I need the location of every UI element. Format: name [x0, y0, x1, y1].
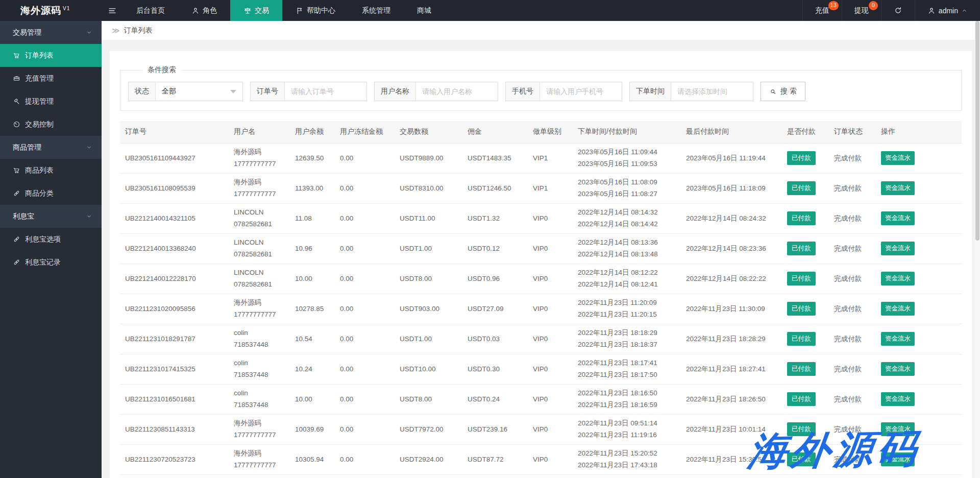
- sidebar-item-recharge-manage[interactable]: 充值管理: [0, 67, 102, 90]
- sidebar-item-label: 商品列表: [25, 166, 54, 175]
- fund-flow-button[interactable]: 资金流水: [881, 211, 915, 225]
- table-row: UB2305161108095539海外源码1777777777711393.0…: [120, 173, 962, 203]
- fund-flow-button[interactable]: 资金流水: [881, 392, 915, 406]
- orders-table: 订单号用户名用户余额用户冻结金额交易数额佣金做单级别下单时间/付款时间最后付款时…: [120, 121, 962, 475]
- search-button[interactable]: 搜 索: [761, 82, 805, 101]
- nav-item-system[interactable]: 系统管理: [349, 0, 404, 21]
- cell-amount: USDT2924.00: [395, 444, 462, 474]
- sidebar-item-withdraw-manage[interactable]: 提现管理: [0, 90, 102, 113]
- nav-item-label: 系统管理: [362, 6, 390, 15]
- sidebar-item-interest-records[interactable]: 利息宝记录: [0, 251, 102, 274]
- nav-item-roles[interactable]: 角色: [178, 0, 230, 21]
- sidebar-item-goods-list[interactable]: 商品列表: [0, 159, 102, 182]
- pay-time: 2022年11月23日 18:16:59: [578, 399, 677, 411]
- nav-account[interactable]: admin: [915, 0, 980, 21]
- paid-badge: 已付款: [787, 242, 816, 255]
- cell-paid: 已付款: [782, 233, 829, 264]
- cell-status: 完成付款: [829, 294, 876, 324]
- sidebar-item-interest-options[interactable]: 利息宝选项: [0, 228, 102, 251]
- order-time: 2022年12月14日 08:13:36: [578, 237, 677, 249]
- pay-time: 2023年05月16日 11:09:53: [578, 158, 677, 170]
- nav-item-trade[interactable]: 交易: [230, 0, 282, 21]
- cell-paid: 已付款: [782, 294, 829, 324]
- page-scrollbar[interactable]: [975, 21, 980, 478]
- cart-icon: [13, 166, 20, 174]
- sidebar-item-trade-control[interactable]: 交易控制: [0, 113, 102, 136]
- cell-order-pay-time: 2022年11月23日 18:17:412022年11月23日 18:17:50: [573, 354, 681, 384]
- sidebar-item-label: 提现管理: [25, 97, 54, 106]
- pay-time: 2022年11月23日 11:20:15: [578, 309, 677, 321]
- order-time: 2023年05月16日 11:08:09: [578, 177, 677, 188]
- table-row: UB2212140014321105LINCOLN078258268111.08…: [120, 203, 962, 233]
- nav-recharge[interactable]: 充值13: [802, 0, 842, 21]
- pay-time: 2022年11月23日 17:43:18: [578, 460, 677, 471]
- nav-account-label: admin: [939, 7, 958, 15]
- fund-flow-button[interactable]: 资金流水: [881, 362, 915, 376]
- column-header: 订单号: [120, 121, 229, 143]
- fund-flow-button[interactable]: 资金流水: [881, 302, 915, 316]
- nav-item-dashboard[interactable]: 后台首页: [123, 0, 178, 21]
- cell-balance: 10039.69: [290, 414, 335, 444]
- paid-badge: 已付款: [787, 272, 816, 285]
- fund-flow-button[interactable]: 资金流水: [881, 332, 915, 346]
- cell-order-pay-time: 2022年11月23日 11:20:092022年11月23日 11:20:15: [573, 294, 681, 324]
- sidebar-group-利息宝[interactable]: 利息宝: [0, 205, 102, 228]
- cell-commission: USDT0.96: [462, 264, 528, 294]
- sidebar-item-goods-category[interactable]: 商品分类: [0, 182, 102, 205]
- paid-badge: 已付款: [787, 181, 816, 195]
- column-header: 下单时间/付款时间: [573, 121, 681, 143]
- search-field-phone-input[interactable]: [540, 82, 622, 101]
- fund-flow-button[interactable]: 资金流水: [881, 151, 915, 165]
- table-row: UB2305161109443927海外源码1777777777712639.5…: [120, 143, 962, 173]
- cell-order-pay-time: 2022年12月14日 08:14:322022年12月14日 08:14:42: [573, 203, 681, 233]
- fund-flow-button[interactable]: 资金流水: [881, 452, 915, 466]
- cell-frozen: 0.00: [335, 294, 395, 324]
- sidebar-group-交易管理[interactable]: 交易管理: [0, 21, 102, 44]
- breadcrumb-icon: ≫: [112, 26, 120, 35]
- fund-flow-button[interactable]: 资金流水: [881, 422, 915, 436]
- cell-amount: USDT1.00: [395, 324, 462, 354]
- search-panel: 条件搜索 状态全部订单号用户名称手机号下单时间搜 索: [120, 65, 962, 111]
- fund-flow-button[interactable]: 资金流水: [881, 242, 915, 255]
- nav-refresh[interactable]: [881, 0, 915, 21]
- user-name: 海外源码: [234, 147, 286, 158]
- fund-flow-button[interactable]: 资金流水: [881, 272, 915, 285]
- search-field-user-name-input[interactable]: [416, 82, 498, 101]
- chevron-down-icon: [86, 29, 92, 36]
- table-row: UB2211230851143313海外源码1777777777710039.6…: [120, 414, 962, 444]
- search-field-order-no-input[interactable]: [285, 82, 366, 101]
- user-name: 海外源码: [234, 448, 286, 460]
- scrollbar-thumb[interactable]: [975, 21, 979, 241]
- nav-item-mall[interactable]: 商城: [404, 0, 445, 21]
- column-header: 交易数额: [395, 121, 462, 143]
- fund-flow-button[interactable]: 资金流水: [881, 181, 915, 195]
- cell-level: VIP0: [528, 324, 573, 354]
- link-icon: [13, 189, 20, 197]
- sidebar-item-label: 利息宝选项: [25, 235, 61, 244]
- sidebar-group-商品管理[interactable]: 商品管理: [0, 136, 102, 159]
- search-field-status-select[interactable]: 全部: [156, 82, 242, 101]
- pay-time: 2022年12月14日 08:13:48: [578, 249, 677, 260]
- chevron-down-icon: [86, 144, 92, 151]
- cell-frozen: 0.00: [335, 203, 395, 233]
- paid-badge: 已付款: [787, 332, 816, 346]
- cell-level: VIP0: [528, 444, 573, 474]
- sidebar-item-order-list[interactable]: 订单列表: [0, 44, 102, 67]
- cell-status: 完成付款: [829, 264, 876, 294]
- cell-frozen: 0.00: [335, 143, 395, 173]
- cell-paid: 已付款: [782, 354, 829, 384]
- cell-order-no: UB2212140014321105: [120, 203, 229, 233]
- cell-frozen: 0.00: [335, 233, 395, 264]
- table-row: UB2211230720523723海外源码1777777777710305.9…: [120, 444, 962, 474]
- column-header: 用户名: [229, 121, 290, 143]
- cell-action: 资金流水: [876, 324, 962, 354]
- search-field-order-time-input[interactable]: [671, 82, 753, 101]
- user-icon: [927, 7, 936, 15]
- order-time: 2022年11月23日 18:16:50: [578, 388, 677, 399]
- cell-level: VIP0: [528, 414, 573, 444]
- menu-toggle-icon[interactable]: [102, 0, 123, 21]
- cell-last-pay-time: 2023年05月16日 11:19:44: [681, 143, 782, 173]
- nav-item-help-center[interactable]: 帮助中心: [282, 0, 349, 21]
- nav-withdraw[interactable]: 提现0: [842, 0, 881, 21]
- cell-status: 完成付款: [829, 354, 876, 384]
